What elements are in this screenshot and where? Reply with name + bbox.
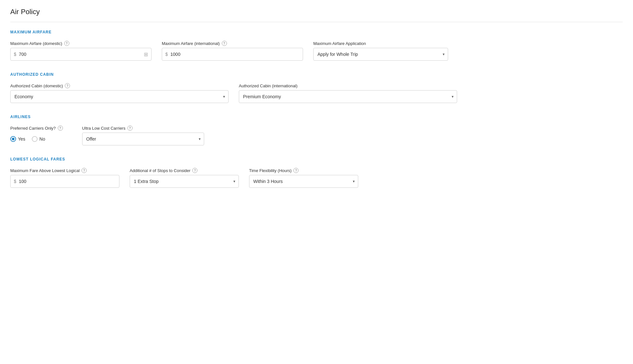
international-cabin-label: Authorized Cabin (international) <box>239 83 457 88</box>
airlines-row: Preferred Carriers Only? ? Yes No U <box>10 126 623 145</box>
stops-help-icon[interactable]: ? <box>192 168 197 173</box>
preferred-yes-radio[interactable] <box>10 136 16 142</box>
airlines-section: AIRLINES Preferred Carriers Only? ? Yes … <box>10 115 623 145</box>
airfare-application-label: Maximum Airfare Application <box>313 41 448 46</box>
ulcc-select-wrapper: Offer Hide Restrict ▾ <box>82 133 204 145</box>
international-currency-symbol: $ <box>165 52 168 57</box>
airfare-application-select[interactable]: Apply for Whole Trip Apply per Flight Se… <box>314 48 448 60</box>
maximum-airfare-heading: MAXIMUM AIRFARE <box>10 30 623 34</box>
stops-label: Additional # of Stops to Consider ? <box>130 168 239 173</box>
domestic-cabin-label: Authorized Cabin (domestic) ? <box>10 83 229 88</box>
domestic-cabin-select[interactable]: Economy Premium Economy Business First <box>11 91 228 103</box>
international-airfare-label: Maximum Airfare (international) ? <box>162 41 303 46</box>
domestic-airfare-label: Maximum Airfare (domestic) ? <box>10 41 152 46</box>
ulcc-select[interactable]: Offer Hide Restrict <box>82 133 204 145</box>
fare-above-help-icon[interactable]: ? <box>82 168 87 173</box>
preferred-carriers-help-icon[interactable]: ? <box>58 126 63 131</box>
domestic-airfare-input-wrapper: $ ⊞ <box>10 48 152 61</box>
preferred-no-radio-item: No <box>32 136 45 142</box>
time-flex-label: Time Flexibility (Hours) ? <box>249 168 358 173</box>
stops-select[interactable]: 0 Extra Stops 1 Extra Stop 2 Extra Stops <box>130 175 238 187</box>
maximum-airfare-section: MAXIMUM AIRFARE Maximum Airfare (domesti… <box>10 30 623 61</box>
preferred-yes-label[interactable]: Yes <box>18 136 25 142</box>
lowest-logical-fares-fields-row: Maximum Fare Above Lowest Logical ? $ Ad… <box>10 168 623 188</box>
page-title: Air Policy <box>10 8 623 16</box>
time-flex-group: Time Flexibility (Hours) ? Within 1 Hour… <box>249 168 358 188</box>
international-airfare-input[interactable] <box>170 52 299 57</box>
fare-above-group: Maximum Fare Above Lowest Logical ? $ <box>10 168 119 188</box>
airfare-application-group: Maximum Airfare Application Apply for Wh… <box>313 41 448 61</box>
international-cabin-select[interactable]: Economy Premium Economy Business First <box>239 91 457 103</box>
stops-select-wrapper: 0 Extra Stops 1 Extra Stop 2 Extra Stops… <box>130 175 239 188</box>
time-flex-help-icon[interactable]: ? <box>293 168 299 173</box>
fare-above-label: Maximum Fare Above Lowest Logical ? <box>10 168 119 173</box>
ulcc-label: Ultra Low Cost Carriers ? <box>82 126 204 131</box>
fare-above-currency-symbol: $ <box>14 179 16 184</box>
page-container: Air Policy MAXIMUM AIRFARE Maximum Airfa… <box>0 0 633 364</box>
domestic-cabin-group: Authorized Cabin (domestic) ? Economy Pr… <box>10 83 229 103</box>
international-cabin-group: Authorized Cabin (international) Economy… <box>239 83 457 103</box>
fare-above-input[interactable] <box>19 179 116 184</box>
maximum-airfare-fields-row: Maximum Airfare (domestic) ? $ ⊞ Maximum… <box>10 41 623 61</box>
calc-icon: ⊞ <box>144 51 148 57</box>
domestic-currency-symbol: $ <box>14 52 16 57</box>
preferred-carriers-radio-group: Yes No <box>10 133 63 145</box>
time-flex-select-wrapper: Within 1 Hour Within 2 Hours Within 3 Ho… <box>249 175 358 188</box>
preferred-yes-radio-item: Yes <box>10 136 25 142</box>
lowest-logical-fares-section: LOWEST LOGICAL FARES Maximum Fare Above … <box>10 157 623 188</box>
authorized-cabin-heading: AUTHORIZED CABIN <box>10 72 623 77</box>
authorized-cabin-fields-row: Authorized Cabin (domestic) ? Economy Pr… <box>10 83 623 103</box>
preferred-no-radio[interactable] <box>32 136 38 142</box>
international-airfare-help-icon[interactable]: ? <box>222 41 227 46</box>
airlines-heading: AIRLINES <box>10 115 623 119</box>
ulcc-group: Ultra Low Cost Carriers ? Offer Hide Res… <box>82 126 204 145</box>
time-flex-select[interactable]: Within 1 Hour Within 2 Hours Within 3 Ho… <box>249 175 358 187</box>
lowest-logical-fares-heading: LOWEST LOGICAL FARES <box>10 157 623 161</box>
authorized-cabin-section: AUTHORIZED CABIN Authorized Cabin (domes… <box>10 72 623 103</box>
airfare-application-select-wrapper: Apply for Whole Trip Apply per Flight Se… <box>313 48 448 61</box>
fare-above-input-wrapper: $ <box>10 175 119 188</box>
stops-group: Additional # of Stops to Consider ? 0 Ex… <box>130 168 239 188</box>
preferred-carriers-label: Preferred Carriers Only? ? <box>10 126 63 131</box>
domestic-airfare-group: Maximum Airfare (domestic) ? $ ⊞ <box>10 41 152 61</box>
section-divider <box>10 22 623 22</box>
international-airfare-group: Maximum Airfare (international) ? $ <box>162 41 303 61</box>
preferred-carriers-group: Preferred Carriers Only? ? Yes No <box>10 126 63 145</box>
domestic-cabin-select-wrapper: Economy Premium Economy Business First ▾ <box>10 90 229 103</box>
domestic-airfare-help-icon[interactable]: ? <box>64 41 69 46</box>
ulcc-help-icon[interactable]: ? <box>127 126 133 131</box>
preferred-no-label[interactable]: No <box>39 136 45 142</box>
international-airfare-input-wrapper: $ <box>162 48 303 61</box>
international-cabin-select-wrapper: Economy Premium Economy Business First ▾ <box>239 90 457 103</box>
domestic-cabin-help-icon[interactable]: ? <box>65 83 70 88</box>
domestic-airfare-input[interactable] <box>19 52 141 57</box>
